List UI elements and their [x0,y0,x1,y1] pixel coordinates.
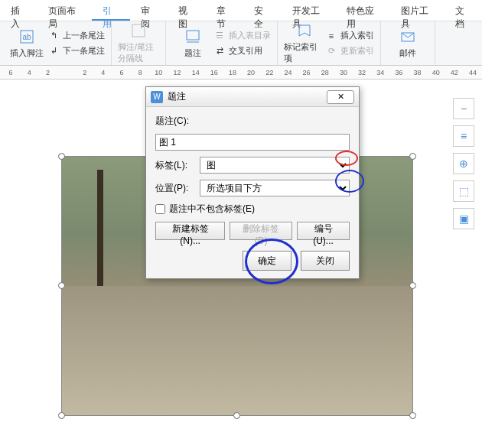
footnote-separator-label: 脚注/尾注分隔线 [118,41,159,64]
resize-handle-br[interactable] [409,412,416,419]
svg-rect-3 [187,31,199,40]
update-index-button[interactable]: ⟳更新索引 [325,45,374,57]
caption-dialog: W 题注 ✕ 题注(C): 标签(L): 图 位置(P): 所选项目下方 题注中… [145,86,360,279]
next-endnote-icon: ↲ [47,45,60,57]
resize-handle-tr[interactable] [409,153,416,160]
position-label: 位置(P): [155,182,200,195]
insert-toc-button[interactable]: ☰插入表目录 [213,30,271,42]
exclude-label-text: 题注中不包含标签(E) [169,203,255,216]
dialog-title: 题注 [168,90,327,103]
exclude-label-checkbox[interactable] [155,204,165,214]
toc-icon: ☰ [213,30,226,42]
tab-references[interactable]: 引用 [92,0,129,21]
tab-security[interactable]: 安全 [243,0,281,21]
tab-special[interactable]: 特色应用 [336,0,390,21]
resize-handle-bc[interactable] [233,412,240,419]
svg-text:ab: ab [22,33,31,41]
tab-chapter[interactable]: 章节 [206,0,243,21]
new-label-button[interactable]: 新建标签(N)... [155,222,225,240]
resize-handle-bl[interactable] [58,412,65,419]
insert-index-icon: ≡ [325,30,337,42]
dialog-titlebar[interactable]: W 题注 ✕ [146,87,359,107]
mark-index-button[interactable]: 标记索引项 [284,23,325,64]
separator-icon [130,22,147,39]
caption-label-text: 题注(C): [155,115,200,128]
select-button[interactable]: ▣ [453,208,474,229]
zoom-in-button[interactable]: ⊕ [453,153,474,174]
mark-index-icon [296,22,313,39]
next-endnote-button[interactable]: ↲下一条尾注 [47,45,105,57]
tag-label: 标签(L): [155,159,200,172]
numbering-button[interactable]: 编号(U)... [297,222,350,240]
app-icon: W [151,91,163,103]
mark-index-label: 标记索引项 [284,41,325,64]
resize-handle-tl[interactable] [58,153,65,160]
tab-review[interactable]: 审阅 [130,0,168,21]
caption-button[interactable]: 题注 [172,23,213,64]
ribbon-toolbar: ab 插入脚注 ↰上一条尾注 ↲下一条尾注 脚注/尾注分隔线 题注 ☰插入表目录… [0,21,482,66]
tab-dev[interactable]: 开发工具 [282,0,336,21]
resize-handle-rc[interactable] [409,282,416,289]
mail-icon [399,28,416,45]
close-dialog-button[interactable]: 关闭 [301,251,350,271]
zoom-out-button[interactable]: − [453,98,474,119]
mail-button[interactable]: 邮件 [387,23,428,64]
caption-label: 题注 [184,47,201,59]
insert-index-button[interactable]: ≡插入索引 [325,30,374,42]
resize-handle-lc[interactable] [58,282,65,289]
crop-button[interactable]: ⬚ [453,180,474,202]
ribbon-tabs: 插入 页面布局 引用 审阅 视图 章节 安全 开发工具 特色应用 图片工具 文档 [0,0,482,21]
update-index-icon: ⟳ [325,45,337,57]
footnote-icon: ab [18,28,35,45]
nav-pane-button[interactable]: ≡ [453,125,474,147]
footnote-separator-button[interactable]: 脚注/尾注分隔线 [118,23,159,64]
tab-page-layout[interactable]: 页面布局 [37,0,92,21]
caption-input[interactable] [155,134,350,151]
prev-endnote-icon: ↰ [47,30,60,42]
delete-label-button[interactable]: 删除标签(D) [230,222,292,240]
svg-rect-2 [132,24,145,37]
insert-footnote-label: 插入脚注 [10,47,44,59]
horizontal-ruler[interactable]: 6422468101214161820222426283032343638404… [0,66,482,80]
mail-label: 邮件 [399,47,416,59]
tab-picture-tools[interactable]: 图片工具 [390,0,445,21]
ok-button[interactable]: 确定 [243,251,291,271]
tab-insert[interactable]: 插入 [0,0,37,21]
tab-view[interactable]: 视图 [168,0,205,21]
tag-select[interactable]: 图 [200,157,350,174]
caption-icon [184,28,201,45]
side-toolbar: − ≡ ⊕ ⬚ ▣ [453,98,474,235]
cross-ref-button[interactable]: ⇄交叉引用 [213,45,271,57]
prev-endnote-button[interactable]: ↰上一条尾注 [47,30,105,42]
close-button[interactable]: ✕ [327,90,354,104]
insert-footnote-button[interactable]: ab 插入脚注 [6,23,47,64]
position-select[interactable]: 所选项目下方 [200,180,350,196]
tab-doc[interactable]: 文档 [445,0,482,21]
cross-ref-icon: ⇄ [213,45,226,57]
